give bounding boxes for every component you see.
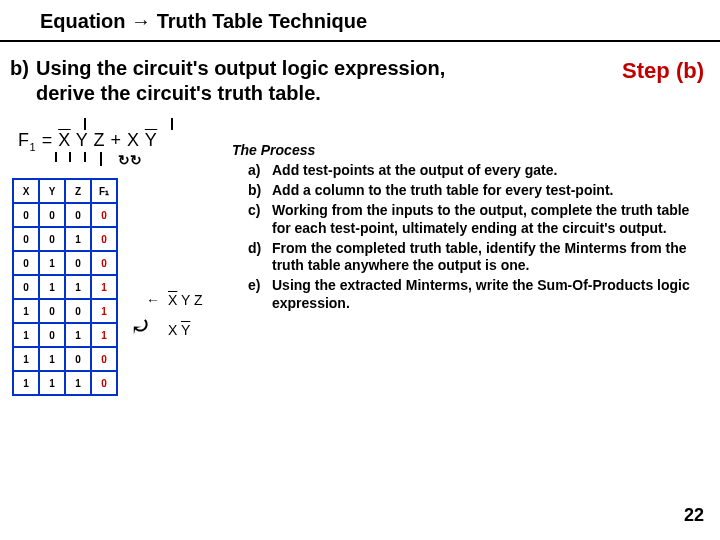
list-text: Working from the inputs to the output, c… — [272, 202, 689, 236]
list-key: a) — [248, 162, 260, 180]
cell-output: 0 — [91, 371, 117, 395]
col-header: Y — [39, 179, 65, 203]
cell: 1 — [65, 323, 91, 347]
process-list: a)Add test-points at the output of every… — [232, 162, 702, 313]
title-underline — [0, 40, 720, 42]
list-item: b)Add a column to the truth table for ev… — [272, 182, 702, 200]
minterm-annotations: ← X Y Z X Y — [146, 285, 203, 345]
table-row: 1 1 0 0 — [13, 347, 117, 371]
cell: 1 — [39, 275, 65, 299]
cell: 0 — [13, 275, 39, 299]
list-text: Add test-points at the output of every g… — [272, 162, 557, 178]
list-text: From the completed truth table, identify… — [272, 240, 687, 274]
tick-mark — [55, 152, 57, 162]
table-row: 1 0 1 1 — [13, 323, 117, 347]
step-label: Step (b) — [622, 58, 704, 84]
eq-plus: + — [105, 130, 127, 150]
minterm-row: ← X Y Z — [146, 285, 203, 315]
cell: 0 — [13, 251, 39, 275]
list-key: e) — [248, 277, 260, 295]
list-key: b) — [248, 182, 261, 200]
table-row: 1 1 1 0 — [13, 371, 117, 395]
eq-xbar: X — [58, 130, 71, 150]
process-block: The Process a)Add test-points at the out… — [232, 142, 702, 315]
cell-output: 0 — [91, 347, 117, 371]
eq-y: Y — [76, 130, 88, 150]
cell: 1 — [65, 227, 91, 251]
minterm-expr: X Y Z — [168, 292, 203, 308]
subheading-line2: derive the circuit's truth table. — [36, 82, 321, 104]
xbar: X — [168, 292, 177, 308]
table-row: 0 1 1 1 — [13, 275, 117, 299]
list-key: c) — [248, 202, 260, 220]
cell: 1 — [13, 323, 39, 347]
col-header: F₁ — [91, 179, 117, 203]
cell: 0 — [65, 299, 91, 323]
truth-table: X Y Z F₁ 0 0 0 0 0 0 1 0 0 1 0 0 0 1 1 1 — [12, 178, 118, 396]
loop-icon: ↻↻ — [118, 152, 142, 168]
minterm-row: X Y — [146, 315, 203, 345]
table-row: 0 0 0 0 — [13, 203, 117, 227]
tick-mark — [69, 152, 71, 162]
cell-output: 1 — [91, 275, 117, 299]
cell-output: 0 — [91, 251, 117, 275]
col-header: X — [13, 179, 39, 203]
eq-ybar: Y — [145, 130, 158, 150]
arrow-left-icon — [146, 322, 162, 338]
table-row: 0 0 1 0 — [13, 227, 117, 251]
cell: 1 — [13, 347, 39, 371]
cell: 0 — [65, 203, 91, 227]
table-row: 1 0 0 1 — [13, 299, 117, 323]
cell: 0 — [39, 227, 65, 251]
subheading: b)Using the circuit's output logic expre… — [10, 56, 570, 106]
table-row: 0 1 0 0 — [13, 251, 117, 275]
cell: 1 — [13, 299, 39, 323]
cell: 0 — [65, 347, 91, 371]
cell: 1 — [65, 371, 91, 395]
cell: 0 — [65, 251, 91, 275]
cell: 0 — [13, 203, 39, 227]
process-heading: The Process — [232, 142, 702, 160]
cell-output: 1 — [91, 299, 117, 323]
logic-equation: F1 = X Y Z + X Y — [18, 130, 157, 153]
cell-output: 1 — [91, 323, 117, 347]
subheading-key: b) — [10, 56, 36, 81]
cell: 0 — [39, 203, 65, 227]
minterm-expr: X Y — [168, 322, 190, 338]
tick-mark — [84, 152, 86, 162]
list-text: Using the extracted Minterms, write the … — [272, 277, 690, 311]
cell: 1 — [65, 275, 91, 299]
tick-mark — [84, 118, 86, 130]
cell-output: 0 — [91, 203, 117, 227]
list-key: d) — [248, 240, 261, 258]
eq-x2: X — [127, 130, 140, 150]
tick-mark — [171, 118, 173, 130]
eq-z: Z — [94, 130, 106, 150]
cell-output: 0 — [91, 227, 117, 251]
arrow-left-icon: ← — [146, 292, 162, 308]
cell: 0 — [39, 323, 65, 347]
list-item: a)Add test-points at the output of every… — [272, 162, 702, 180]
list-item: c)Working from the inputs to the output,… — [272, 202, 702, 238]
list-item: e)Using the extracted Minterms, write th… — [272, 277, 702, 313]
cell: 0 — [13, 227, 39, 251]
cell: 1 — [39, 251, 65, 275]
cell: 1 — [39, 347, 65, 371]
cell: 0 — [39, 299, 65, 323]
cell: 1 — [13, 371, 39, 395]
col-header: Z — [65, 179, 91, 203]
page-number: 22 — [684, 505, 704, 526]
list-text: Add a column to the truth table for ever… — [272, 182, 613, 198]
table-header-row: X Y Z F₁ — [13, 179, 117, 203]
cell: 1 — [39, 371, 65, 395]
subheading-line1: Using the circuit's output logic express… — [36, 57, 445, 79]
eq-lhs: F — [18, 130, 30, 150]
tick-mark — [100, 152, 102, 166]
list-item: d)From the completed truth table, identi… — [272, 240, 702, 276]
eq-equals: = — [36, 130, 58, 150]
slide-title: Equation → Truth Table Technique — [40, 10, 367, 33]
subheading-indent — [10, 81, 36, 106]
ybar: Y — [181, 322, 190, 338]
